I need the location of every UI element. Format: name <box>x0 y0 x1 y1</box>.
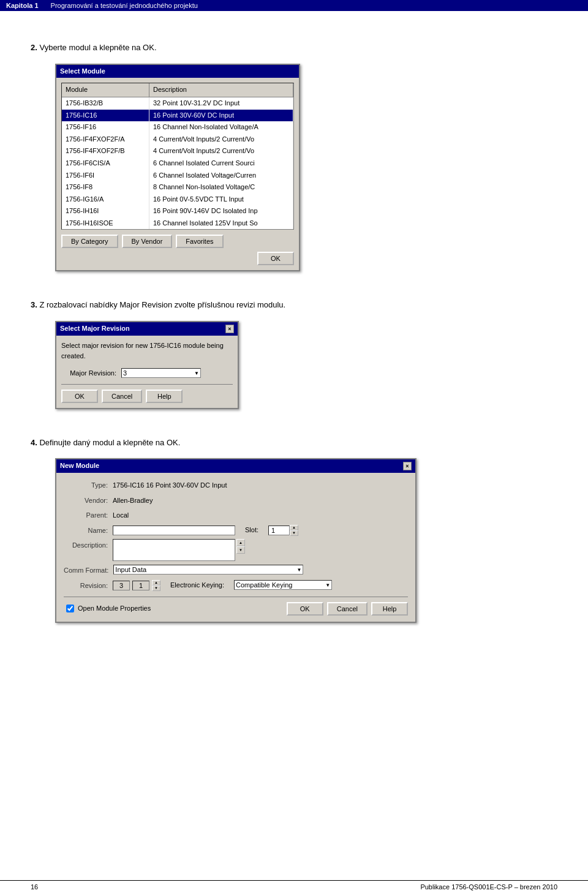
chapter-label: Kapitola 1 <box>6 2 39 9</box>
nm-rev-minor-input[interactable] <box>132 581 149 590</box>
module-desc-cell: 16 Point 159V-265V AC Isolated In <box>149 230 293 230</box>
module-name-cell: 1756-IF6CIS/A <box>62 157 149 170</box>
step3-number: 3. <box>31 300 37 309</box>
nm-desc-down-button[interactable]: ▼ <box>236 546 245 554</box>
module-table: Module Description 1756-IB32/B32 Point 1… <box>62 83 293 230</box>
nm-slot-down-button[interactable]: ▼ <box>290 530 298 536</box>
new-module-close-button[interactable]: × <box>403 462 412 470</box>
nm-open-properties-label: Open Module Properties <box>78 603 151 614</box>
table-row[interactable]: 1756-IG16/A16 Point 0V-5.5VDC TTL Input <box>62 194 293 206</box>
table-row[interactable]: 1756-IF4FXOF2F/B4 Current/Volt Inputs/2 … <box>62 145 293 157</box>
new-module-cancel-button[interactable]: Cancel <box>327 602 368 616</box>
nm-keying-wrapper: Compatible Keying Exact Match Disable Ke… <box>234 580 332 591</box>
module-desc-cell: 16 Point 30V-60V DC Input <box>149 110 293 122</box>
module-name-cell: 1756-IG16/A <box>62 194 149 206</box>
new-module-body: Type: 1756-IC16 16 Point 30V-60V DC Inpu… <box>56 473 415 622</box>
new-module-ok-button[interactable]: OK <box>287 602 323 616</box>
nm-type-label: Type: <box>64 479 113 491</box>
nm-open-properties-checkbox[interactable] <box>66 605 74 612</box>
major-rev-form-row: Major Revision: 3 2 1 <box>61 368 233 379</box>
table-row[interactable]: 1756-IF4FXOF2F/A4 Current/Volt Inputs/2 … <box>62 134 293 146</box>
nm-parent-value: Local <box>113 509 408 521</box>
table-row[interactable]: 1756-IF1616 Channel Non-Isolated Voltage… <box>62 121 293 134</box>
table-row[interactable]: 1756-IH16I16 Point 90V-146V DC Isolated … <box>62 205 293 217</box>
nm-open-properties-row: Open Module Properties <box>66 603 151 614</box>
major-rev-title: Select Major Revision <box>60 323 130 334</box>
module-table-container[interactable]: Module Description 1756-IB32/B32 Point 1… <box>61 83 294 230</box>
select-module-body: Module Description 1756-IB32/B32 Point 1… <box>56 78 299 270</box>
table-row[interactable]: 1756-IB32/B32 Point 10V-31.2V DC Input <box>62 97 293 109</box>
nm-rev-up-button[interactable]: ▲ <box>152 580 160 586</box>
major-rev-select[interactable]: 3 2 1 <box>121 368 201 378</box>
nm-revision-label: Revision: <box>64 579 113 592</box>
major-rev-select-wrapper: 3 2 1 <box>121 368 201 379</box>
nm-comm-format-wrapper: Input Data Listen Only <box>113 565 303 576</box>
table-row[interactable]: 1756-IF6I6 Channel Isolated Voltage/Curr… <box>62 170 293 182</box>
nm-parent-row: Parent: Local <box>64 509 408 521</box>
table-row[interactable]: 1756-IF88 Channel Non-Isolated Voltage/C <box>62 181 293 194</box>
major-rev-dialog-wrapper: Select Major Revision × Select major rev… <box>55 321 557 424</box>
module-name-cell: 1756-IF6I <box>62 170 149 182</box>
nm-bottom-row: Open Module Properties OK Cancel Help <box>64 602 408 616</box>
nm-name-input[interactable] <box>113 526 235 535</box>
step4-text: Definujte daný modul a klepněte na OK. <box>39 438 180 447</box>
page-footer: 16 Publikace 1756-QS001E-CS-P – brezen 2… <box>0 880 588 893</box>
col-description: Description <box>149 83 293 97</box>
module-desc-cell: 4 Current/Volt Inputs/2 Current/Vo <box>149 134 293 146</box>
major-rev-help-button[interactable]: Help <box>146 390 183 403</box>
nm-name-slot-group: Slot: ▲ ▼ <box>113 525 298 536</box>
nm-type-row: Type: 1756-IC16 16 Point 30V-60V DC Inpu… <box>64 479 408 491</box>
nm-parent-label: Parent: <box>64 509 113 521</box>
nm-name-label: Name: <box>64 524 113 537</box>
page-number: 16 <box>31 883 38 891</box>
major-rev-label: Major Revision: <box>61 368 116 379</box>
module-desc-cell: 8 Channel Non-Isolated Voltage/C <box>149 181 293 194</box>
step4-number: 4. <box>31 438 37 447</box>
favorites-button[interactable]: Favorites <box>176 235 223 248</box>
major-rev-message: Select major revision for new 1756-IC16 … <box>61 341 233 362</box>
module-desc-cell: 16 Channel Isolated 125V Input So <box>149 217 293 230</box>
select-module-titlebar: Select Module <box>56 65 299 78</box>
nm-comm-format-label: Comm Format: <box>64 564 113 576</box>
select-module-ok-button[interactable]: OK <box>257 252 294 265</box>
module-name-cell: 1756-IC16 <box>62 110 149 122</box>
module-name-cell: 1756-IH16ISOE <box>62 217 149 230</box>
nm-slot-input[interactable] <box>268 526 290 535</box>
nm-rev-down-button[interactable]: ▼ <box>152 586 160 591</box>
publication-info: Publikace 1756-QS001E-CS-P – brezen 2010 <box>420 883 557 891</box>
header-bar: Kapitola 1 Programování a testování jedn… <box>0 0 588 11</box>
nm-slot-group: ▲ ▼ <box>268 525 298 536</box>
module-desc-cell: 16 Channel Non-Isolated Voltage/A <box>149 121 293 134</box>
nm-keying-select[interactable]: Compatible Keying Exact Match Disable Ke… <box>234 580 332 590</box>
nm-slot-up-button[interactable]: ▲ <box>290 525 298 530</box>
step2-text: Vyberte modul a klepněte na OK. <box>39 43 156 52</box>
by-vendor-button[interactable]: By Vendor <box>122 235 173 248</box>
module-desc-cell: 16 Point 0V-5.5VDC TTL Input <box>149 194 293 206</box>
table-row[interactable]: 1756-IC1616 Point 30V-60V DC Input <box>62 110 293 122</box>
nm-vendor-row: Vendor: Allen-Bradley <box>64 494 408 507</box>
nm-revision-inputs: ▲ ▼ <box>113 580 160 591</box>
nm-rev-spinner: ▲ ▼ <box>152 580 160 591</box>
nm-comm-format-row: Comm Format: Input Data Listen Only <box>64 564 408 576</box>
new-module-dialog: New Module × Type: 1756-IC16 16 Point 30… <box>55 458 417 622</box>
module-name-cell: 1756-IH16I <box>62 205 149 217</box>
major-rev-cancel-button[interactable]: Cancel <box>102 390 142 403</box>
nm-description-input[interactable] <box>113 539 235 561</box>
nm-desc-up-button[interactable]: ▲ <box>236 539 245 546</box>
nm-description-row: Description: ▲ ▼ <box>64 539 408 561</box>
table-row[interactable]: 1756-IH16ISOE16 Channel Isolated 125V In… <box>62 217 293 230</box>
new-module-help-button[interactable]: Help <box>371 602 408 616</box>
table-row[interactable]: 1756-IM16I16 Point 159V-265V AC Isolated… <box>62 230 293 230</box>
module-name-cell: 1756-IF4FXOF2F/A <box>62 134 149 146</box>
select-module-dialog: Select Module Module Description 1756-IB… <box>55 64 300 272</box>
main-content: 2. Vyberte modul a klepněte na OK. Selec… <box>0 11 588 669</box>
new-module-titlebar: New Module × <box>56 459 415 473</box>
by-category-button[interactable]: By Category <box>61 235 118 248</box>
major-rev-close-button[interactable]: × <box>225 325 234 333</box>
module-name-cell: 1756-IM16I <box>62 230 149 230</box>
major-rev-body: Select major revision for new 1756-IC16 … <box>56 336 238 408</box>
major-rev-ok-button[interactable]: OK <box>61 390 98 403</box>
nm-comm-format-select[interactable]: Input Data Listen Only <box>113 565 303 575</box>
nm-revision-group: ▲ ▼ Electronic Keying: Compatible Keying… <box>113 580 408 591</box>
table-row[interactable]: 1756-IF6CIS/A6 Channel Isolated Current … <box>62 157 293 170</box>
